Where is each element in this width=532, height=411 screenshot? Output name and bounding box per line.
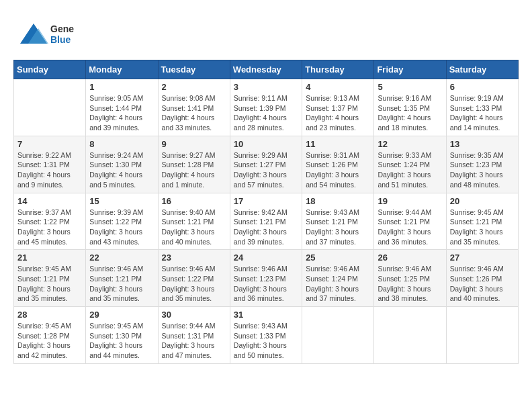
day-number: 19 [378, 196, 442, 206]
sunset-text: Sunset: 1:28 PM [162, 160, 226, 170]
sunrise-text: Sunrise: 9:05 AM [89, 93, 154, 103]
day-info: Sunrise: 9:45 AM Sunset: 1:21 PM Dayligh… [17, 264, 82, 304]
sunrise-text: Sunrise: 9:45 AM [17, 321, 82, 331]
day-info: Sunrise: 9:31 AM Sunset: 1:26 PM Dayligh… [306, 150, 370, 190]
calendar-cell: 17 Sunrise: 9:42 AM Sunset: 1:21 PM Dayl… [230, 193, 302, 250]
calendar-cell: 28 Sunrise: 9:45 AM Sunset: 1:28 PM Dayl… [14, 307, 86, 364]
sunrise-text: Sunrise: 9:46 AM [306, 264, 370, 274]
day-info: Sunrise: 9:46 AM Sunset: 1:25 PM Dayligh… [378, 264, 442, 304]
sunset-text: Sunset: 1:44 PM [89, 103, 154, 113]
calendar-cell: 24 Sunrise: 9:46 AM Sunset: 1:23 PM Dayl… [230, 250, 302, 307]
daylight-text: Daylight: 3 hours and 47 minutes. [162, 340, 226, 360]
day-number: 25 [306, 253, 370, 263]
calendar-cell: 2 Sunrise: 9:08 AM Sunset: 1:41 PM Dayli… [158, 79, 230, 136]
day-number: 9 [162, 139, 226, 149]
day-info: Sunrise: 9:27 AM Sunset: 1:28 PM Dayligh… [162, 150, 226, 190]
sunrise-text: Sunrise: 9:44 AM [162, 321, 226, 331]
day-number: 6 [450, 82, 515, 92]
sunset-text: Sunset: 1:24 PM [378, 160, 442, 170]
sunrise-text: Sunrise: 9:46 AM [450, 264, 515, 274]
daylight-text: Daylight: 4 hours and 39 minutes. [89, 113, 154, 132]
calendar-cell [14, 79, 86, 136]
sunset-text: Sunset: 1:21 PM [89, 274, 154, 284]
calendar-cell: 9 Sunrise: 9:27 AM Sunset: 1:28 PM Dayli… [158, 136, 230, 193]
sunset-text: Sunset: 1:24 PM [306, 274, 370, 284]
daylight-text: Daylight: 3 hours and 35 minutes. [89, 284, 154, 304]
day-info: Sunrise: 9:42 AM Sunset: 1:21 PM Dayligh… [234, 208, 298, 247]
day-header-wednesday: Wednesday [230, 60, 302, 79]
sunset-text: Sunset: 1:22 PM [89, 217, 154, 227]
day-info: Sunrise: 9:33 AM Sunset: 1:24 PM Dayligh… [378, 150, 442, 190]
calendar-week-1: 1 Sunrise: 9:05 AM Sunset: 1:44 PM Dayli… [14, 79, 519, 136]
sunset-text: Sunset: 1:21 PM [162, 217, 226, 227]
day-number: 3 [234, 82, 298, 92]
sunrise-text: Sunrise: 9:24 AM [89, 150, 154, 161]
svg-text:General: General [50, 24, 74, 34]
calendar-cell: 3 Sunrise: 9:11 AM Sunset: 1:39 PM Dayli… [230, 79, 302, 136]
calendar-week-4: 21 Sunrise: 9:45 AM Sunset: 1:21 PM Dayl… [14, 250, 519, 307]
sunrise-text: Sunrise: 9:46 AM [89, 264, 154, 274]
day-number: 20 [450, 196, 515, 206]
logo-svg: General Blue [13, 13, 74, 50]
day-info: Sunrise: 9:46 AM Sunset: 1:26 PM Dayligh… [450, 264, 515, 304]
day-info: Sunrise: 9:45 AM Sunset: 1:21 PM Dayligh… [450, 208, 515, 247]
day-number: 23 [162, 253, 226, 263]
calendar-cell: 11 Sunrise: 9:31 AM Sunset: 1:26 PM Dayl… [302, 136, 374, 193]
sunrise-text: Sunrise: 9:46 AM [234, 264, 298, 274]
calendar-cell: 7 Sunrise: 9:22 AM Sunset: 1:31 PM Dayli… [14, 136, 86, 193]
daylight-text: Daylight: 3 hours and 37 minutes. [306, 227, 370, 246]
day-info: Sunrise: 9:43 AM Sunset: 1:21 PM Dayligh… [306, 208, 370, 247]
calendar-header-row: SundayMondayTuesdayWednesdayThursdayFrid… [14, 60, 519, 79]
daylight-text: Daylight: 3 hours and 35 minutes. [17, 284, 82, 304]
calendar-cell: 1 Sunrise: 9:05 AM Sunset: 1:44 PM Dayli… [86, 79, 158, 136]
day-info: Sunrise: 9:39 AM Sunset: 1:22 PM Dayligh… [89, 208, 154, 247]
calendar-cell: 22 Sunrise: 9:46 AM Sunset: 1:21 PM Dayl… [86, 250, 158, 307]
day-info: Sunrise: 9:13 AM Sunset: 1:37 PM Dayligh… [306, 93, 370, 133]
calendar-cell: 30 Sunrise: 9:44 AM Sunset: 1:31 PM Dayl… [158, 307, 230, 364]
day-info: Sunrise: 9:44 AM Sunset: 1:21 PM Dayligh… [378, 208, 442, 247]
sunset-text: Sunset: 1:31 PM [17, 160, 82, 170]
sunset-text: Sunset: 1:35 PM [378, 103, 442, 113]
daylight-text: Daylight: 4 hours and 5 minutes. [89, 170, 154, 189]
daylight-text: Daylight: 3 hours and 57 minutes. [234, 170, 298, 189]
sunrise-text: Sunrise: 9:16 AM [378, 93, 442, 103]
day-info: Sunrise: 9:11 AM Sunset: 1:39 PM Dayligh… [234, 93, 298, 133]
sunrise-text: Sunrise: 9:29 AM [234, 150, 298, 161]
day-info: Sunrise: 9:40 AM Sunset: 1:21 PM Dayligh… [162, 208, 226, 247]
day-info: Sunrise: 9:46 AM Sunset: 1:21 PM Dayligh… [89, 264, 154, 304]
sunset-text: Sunset: 1:21 PM [306, 217, 370, 227]
day-header-monday: Monday [86, 60, 158, 79]
sunrise-text: Sunrise: 9:44 AM [378, 208, 442, 218]
day-info: Sunrise: 9:24 AM Sunset: 1:30 PM Dayligh… [89, 150, 154, 190]
calendar-cell: 25 Sunrise: 9:46 AM Sunset: 1:24 PM Dayl… [302, 250, 374, 307]
calendar-cell: 23 Sunrise: 9:46 AM Sunset: 1:22 PM Dayl… [158, 250, 230, 307]
calendar-cell: 27 Sunrise: 9:46 AM Sunset: 1:26 PM Dayl… [446, 250, 518, 307]
calendar-cell: 31 Sunrise: 9:43 AM Sunset: 1:33 PM Dayl… [230, 307, 302, 364]
day-number: 26 [378, 253, 442, 263]
calendar-cell: 19 Sunrise: 9:44 AM Sunset: 1:21 PM Dayl… [374, 193, 446, 250]
sunrise-text: Sunrise: 9:45 AM [17, 264, 82, 274]
sunset-text: Sunset: 1:22 PM [17, 217, 82, 227]
daylight-text: Daylight: 3 hours and 39 minutes. [234, 227, 298, 246]
calendar-cell: 14 Sunrise: 9:37 AM Sunset: 1:22 PM Dayl… [14, 193, 86, 250]
day-info: Sunrise: 9:05 AM Sunset: 1:44 PM Dayligh… [89, 93, 154, 133]
sunset-text: Sunset: 1:33 PM [234, 331, 298, 341]
sunrise-text: Sunrise: 9:22 AM [17, 150, 82, 161]
sunrise-text: Sunrise: 9:43 AM [306, 208, 370, 218]
sunset-text: Sunset: 1:41 PM [162, 103, 226, 113]
day-number: 29 [89, 310, 154, 320]
daylight-text: Daylight: 3 hours and 35 minutes. [450, 227, 515, 246]
sunset-text: Sunset: 1:26 PM [450, 274, 515, 284]
day-info: Sunrise: 9:29 AM Sunset: 1:27 PM Dayligh… [234, 150, 298, 190]
calendar-cell: 26 Sunrise: 9:46 AM Sunset: 1:25 PM Dayl… [374, 250, 446, 307]
day-number: 15 [89, 196, 154, 206]
day-number: 7 [17, 139, 82, 149]
calendar-cell: 29 Sunrise: 9:45 AM Sunset: 1:30 PM Dayl… [86, 307, 158, 364]
logo: General Blue [13, 13, 74, 53]
sunset-text: Sunset: 1:21 PM [450, 217, 515, 227]
calendar-week-5: 28 Sunrise: 9:45 AM Sunset: 1:28 PM Dayl… [14, 307, 519, 364]
day-info: Sunrise: 9:16 AM Sunset: 1:35 PM Dayligh… [378, 93, 442, 133]
sunset-text: Sunset: 1:23 PM [234, 274, 298, 284]
sunrise-text: Sunrise: 9:40 AM [162, 208, 226, 218]
day-info: Sunrise: 9:45 AM Sunset: 1:30 PM Dayligh… [89, 321, 154, 361]
